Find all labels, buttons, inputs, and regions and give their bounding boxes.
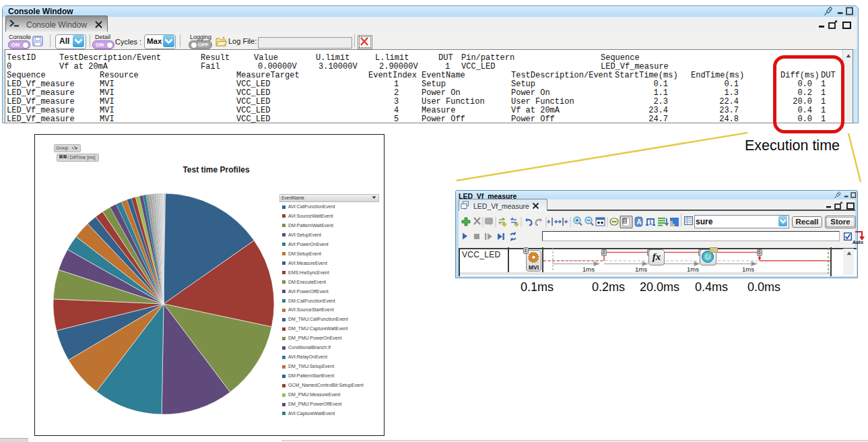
svg-text:1ms: 1ms <box>582 265 595 273</box>
svg-text:A: A <box>637 218 642 226</box>
svg-text:1ms: 1ms <box>742 265 754 273</box>
svg-text:1ms: 1ms <box>687 265 699 273</box>
svg-text:1: 1 <box>624 218 626 224</box>
svg-text:1ms: 1ms <box>635 265 647 273</box>
